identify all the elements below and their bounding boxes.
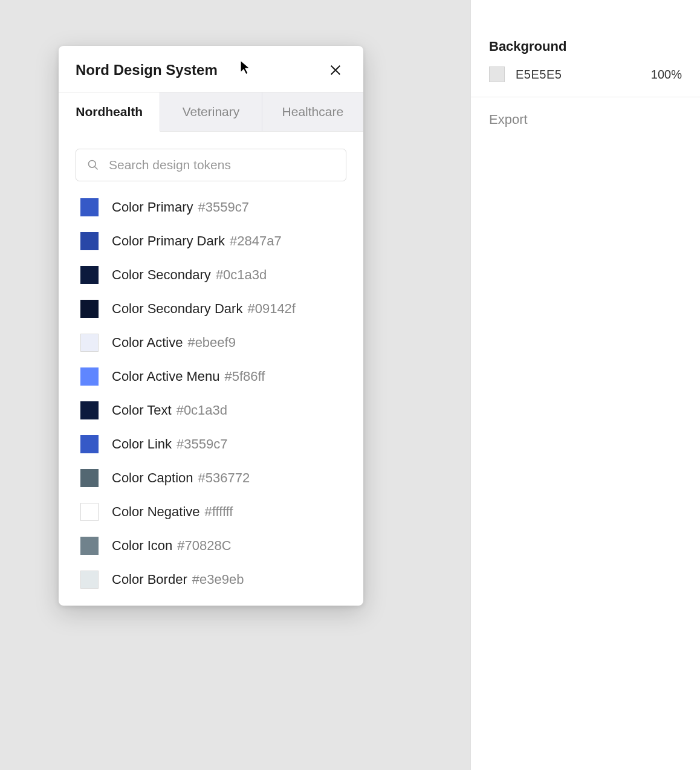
token-row[interactable]: Color Icon#70828C (80, 537, 346, 555)
token-row[interactable]: Color Caption#536772 (80, 469, 346, 487)
token-row[interactable]: Color Secondary Dark#09142f (80, 300, 346, 318)
color-swatch (80, 334, 99, 352)
color-swatch (80, 503, 99, 521)
token-value: #2847a7 (230, 233, 282, 248)
token-value: #3559c7 (177, 436, 227, 451)
token-name: Color Border (112, 572, 187, 587)
token-text: Color Caption#536772 (112, 470, 250, 486)
search-icon (87, 159, 99, 171)
background-section: Background E5E5E5 100% (471, 24, 700, 97)
token-name: Color Icon (112, 538, 172, 553)
color-swatch (80, 266, 99, 284)
token-row[interactable]: Color Active#ebeef9 (80, 334, 346, 352)
modal-title: Nord Design System (76, 62, 218, 79)
search-field-wrapper[interactable] (76, 149, 346, 181)
modal-body: Color Primary#3559c7Color Primary Dark#2… (59, 132, 363, 606)
modal-header: Nord Design System (59, 46, 363, 92)
export-title: Export (489, 112, 682, 128)
token-text: Color Secondary#0c1a3d (112, 267, 267, 283)
token-value: #ebeef9 (187, 335, 236, 350)
token-text: Color Active#ebeef9 (112, 335, 236, 351)
token-value: #3559c7 (198, 199, 248, 215)
token-value: #ffffff (205, 504, 233, 519)
token-value: #536772 (198, 470, 250, 485)
token-text: Color Border#e3e9eb (112, 572, 244, 587)
token-name: Color Active (112, 335, 183, 350)
color-swatch (80, 232, 99, 250)
token-text: Color Primary Dark#2847a7 (112, 233, 282, 249)
tab-healthcare[interactable]: Healthcare (262, 92, 363, 131)
design-tokens-modal: Nord Design System NordhealthVeterinaryH… (59, 46, 363, 606)
token-text: Color Primary#3559c7 (112, 199, 249, 215)
token-row[interactable]: Color Border#e3e9eb (80, 571, 346, 589)
color-swatch (80, 367, 99, 386)
token-name: Color Active Menu (112, 369, 220, 384)
color-swatch (80, 198, 99, 216)
tab-veterinary[interactable]: Veterinary (160, 92, 262, 131)
background-swatch[interactable] (489, 66, 505, 82)
color-swatch (80, 401, 99, 419)
token-name: Color Negative (112, 504, 200, 519)
export-section[interactable]: Export (471, 97, 700, 142)
token-value: #09142f (247, 301, 296, 316)
color-swatch (80, 300, 99, 318)
token-row[interactable]: Color Active Menu#5f86ff (80, 367, 346, 386)
background-hex-value[interactable]: E5E5E5 (516, 68, 640, 82)
color-swatch (80, 435, 99, 453)
token-row[interactable]: Color Link#3559c7 (80, 435, 346, 453)
token-text: Color Secondary Dark#09142f (112, 301, 296, 317)
token-text: Color Active Menu#5f86ff (112, 369, 265, 384)
background-opacity-value[interactable]: 100% (651, 68, 682, 82)
token-text: Color Text#0c1a3d (112, 403, 227, 418)
color-swatch (80, 469, 99, 487)
background-title: Background (489, 39, 682, 54)
token-name: Color Primary (112, 199, 193, 215)
token-text: Color Icon#70828C (112, 538, 232, 554)
token-value: #e3e9eb (192, 572, 244, 587)
token-row[interactable]: Color Text#0c1a3d (80, 401, 346, 419)
color-swatch (80, 537, 99, 555)
token-name: Color Primary Dark (112, 233, 225, 248)
close-button[interactable] (325, 59, 346, 81)
background-fill-row[interactable]: E5E5E5 100% (489, 66, 682, 82)
token-list: Color Primary#3559c7Color Primary Dark#2… (76, 198, 346, 589)
color-swatch (80, 571, 99, 589)
svg-point-0 (89, 161, 96, 168)
token-text: Color Link#3559c7 (112, 436, 227, 452)
properties-sidebar: Background E5E5E5 100% Export (470, 0, 700, 770)
token-value: #5f86ff (225, 369, 265, 384)
token-value: #0c1a3d (216, 267, 267, 282)
token-name: Color Text (112, 403, 172, 418)
tab-nordhealth[interactable]: Nordhealth (59, 92, 160, 132)
search-input[interactable] (109, 158, 335, 172)
token-name: Color Secondary (112, 267, 211, 282)
token-name: Color Link (112, 436, 172, 451)
token-name: Color Caption (112, 470, 193, 485)
token-row[interactable]: Color Negative#ffffff (80, 503, 346, 521)
token-name: Color Secondary Dark (112, 301, 242, 316)
token-row[interactable]: Color Primary Dark#2847a7 (80, 232, 346, 250)
tab-bar: NordhealthVeterinaryHealthcare (59, 92, 363, 132)
token-value: #0c1a3d (177, 403, 227, 418)
token-value: #70828C (177, 538, 231, 553)
token-row[interactable]: Color Secondary#0c1a3d (80, 266, 346, 284)
svg-line-1 (95, 167, 98, 170)
token-text: Color Negative#ffffff (112, 504, 233, 520)
close-icon (329, 63, 342, 77)
token-row[interactable]: Color Primary#3559c7 (80, 198, 346, 216)
